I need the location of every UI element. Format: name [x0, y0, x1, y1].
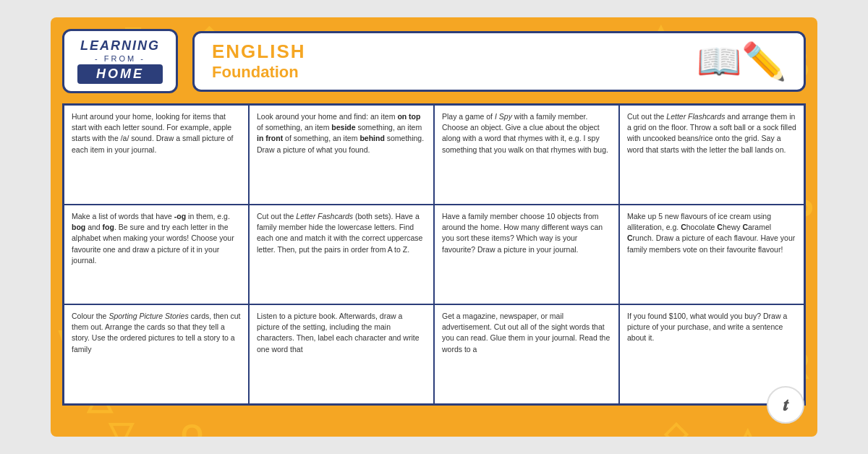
grid-cell-r1c3: Play a game of I Spy with a family membe…	[434, 105, 619, 205]
grid-cell-r3c2: Listen to a picture book. Afterwards, dr…	[249, 304, 434, 404]
grid-cell-r2c4: Make up 5 new flavours of ice cream usin…	[619, 205, 804, 304]
grid-cell-r1c4: Cut out the Letter Flashcards and arrang…	[619, 105, 804, 205]
subject-subtitle: Foundation	[212, 63, 685, 82]
page: A △ N ◇ V △ B ◇ P △ R ○ F ◇ △ G ▽ Q ◇ △ …	[51, 17, 817, 437]
activity-grid: Hunt around your home, looking for items…	[62, 103, 806, 406]
subject-text: ENGLISH Foundation	[212, 40, 685, 82]
grid-cell-r1c1: Hunt around your home, looking for items…	[64, 105, 249, 205]
logo-home-text: HOME	[77, 64, 163, 84]
grid-cell-r3c3: Get a magazine, newspaper, or mail adver…	[434, 304, 619, 404]
grid-cell-r1c2: Look around your home and find: an item …	[249, 105, 434, 205]
grid-cell-r2c3: Have a family member choose 10 objects f…	[434, 205, 619, 304]
grid-cell-r2c2: Cut out the Letter Fashcards (both sets)…	[249, 205, 434, 304]
subject-title: ENGLISH	[212, 40, 685, 63]
subject-box: ENGLISH Foundation 📖✏️	[192, 31, 806, 92]
book-icon: 📖✏️	[697, 40, 786, 82]
teachstarter-badge: 𝒕	[767, 386, 804, 424]
grid-cell-r2c1: Make a list of words that have -og in th…	[64, 205, 249, 304]
grid-cell-r3c1: Colour the Sporting Picture Stories card…	[64, 304, 249, 404]
logo-from-text: - FROM -	[77, 54, 163, 63]
ts-logo: 𝒕	[783, 395, 788, 415]
logo-box: LEARNING - FROM - HOME	[62, 29, 178, 93]
header: LEARNING - FROM - HOME ENGLISH Foundatio…	[62, 29, 806, 93]
logo-learning-text: LEARNING	[77, 38, 163, 53]
